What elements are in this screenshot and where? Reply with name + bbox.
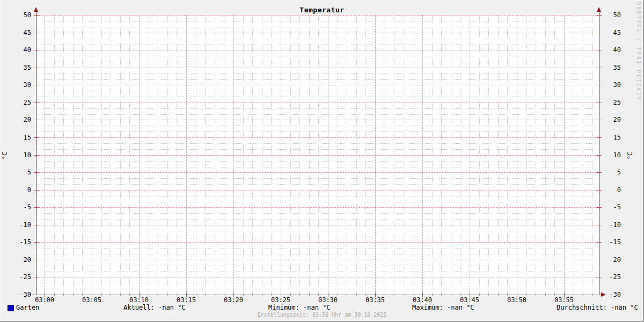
gridline-v-major [186, 15, 187, 295]
x-axis-tick-minor [129, 294, 130, 296]
x-axis-tick-minor [413, 294, 413, 296]
y-axis-tick-left [34, 103, 39, 103]
y-tick-label-right: 35 [605, 64, 621, 71]
gridline-v-minor [507, 15, 508, 295]
y-tick-label-left: 50 [0, 12, 31, 18]
x-axis-tick-minor [592, 294, 593, 296]
y-tick-label-left: -20 [0, 257, 31, 263]
x-axis-tick-minor [262, 294, 262, 296]
x-tick-label: 03:30 [316, 297, 340, 303]
x-tick-label: 03:00 [33, 297, 56, 303]
x-tick-label: 03:50 [505, 297, 529, 303]
gridline-v-minor [54, 15, 55, 295]
y-tick-label-left: -15 [0, 239, 31, 245]
x-axis-tick-major [186, 292, 187, 297]
y-axis-tick-left [34, 277, 39, 277]
y-axis-tick-left [34, 155, 39, 156]
gridline-v-major [281, 15, 281, 295]
y-tick-label-right: 15 [605, 134, 621, 141]
y-tick-label-left: -5 [0, 204, 31, 210]
gridline-v-minor [404, 15, 404, 295]
y-axis-tick-right [597, 190, 602, 191]
y-axis-tick-right [597, 277, 602, 277]
gridline-v-major [517, 15, 517, 295]
y-tick-label-right: 20 [605, 116, 621, 123]
x-axis-tick-minor [243, 294, 244, 296]
gridline-v-minor [299, 15, 300, 295]
y-axis-tick-right [597, 103, 602, 103]
x-axis-tick-minor [451, 294, 451, 296]
x-tick-label: 03:10 [127, 297, 151, 303]
x-axis-tick-major [139, 292, 140, 297]
x-axis-tick-minor [224, 294, 224, 296]
y-tick-label-right: 5 [605, 169, 621, 175]
y-tick-label-right: -25 [605, 274, 621, 280]
legend-stat-minimum: Minimum: -nan °C [268, 304, 331, 311]
y-tick-label-left: -25 [0, 274, 31, 280]
x-axis-tick-minor [545, 294, 546, 296]
y-axis-tick-right [597, 207, 602, 208]
gridline-v-minor [309, 15, 310, 295]
y-tick-label-left: 20 [0, 116, 31, 123]
y-axis-tick-left [34, 50, 39, 50]
y-tick-label-right: -30 [605, 291, 621, 298]
gridline-v-minor [120, 15, 121, 295]
x-axis-tick-minor [338, 294, 338, 296]
gridline-v-minor [252, 15, 253, 295]
y-axis-left-line [36, 11, 36, 295]
x-axis-tick-major [233, 292, 234, 297]
gridline-v-minor [224, 15, 224, 295]
gridline-v-minor [290, 15, 291, 295]
gridline-v-minor [215, 15, 215, 295]
y-tick-label-right: 0 [605, 187, 621, 193]
gridline-v-minor [129, 15, 130, 295]
gridline-v-minor [451, 15, 451, 295]
x-axis-tick-minor [309, 294, 310, 296]
gridline-v-major [470, 15, 470, 295]
x-axis-tick-major [422, 292, 423, 297]
y-axis-tick-left [34, 85, 39, 85]
x-axis-tick-major [328, 292, 328, 297]
y-tick-label-right: 45 [605, 30, 621, 36]
gridline-v-minor [498, 15, 499, 295]
gridline-v-major [45, 15, 45, 295]
x-axis-tick-minor [385, 294, 385, 296]
x-tick-label: 03:40 [411, 297, 434, 303]
axis-arrow-up-right-icon [597, 7, 601, 12]
gridline-v-minor [167, 15, 168, 295]
gridline-v-minor [432, 15, 433, 295]
y-tick-label-right: 25 [605, 99, 621, 106]
y-axis-tick-right [597, 172, 602, 173]
gridline-v-minor [63, 15, 64, 295]
gridline-v-minor [460, 15, 460, 295]
legend-stat-maximum: Maximum: -nan °C [412, 304, 474, 311]
creation-time-note: Erstellungszeit: 03:50 Uhr am 30.10.2025 [0, 312, 644, 318]
gridline-v-major [328, 15, 328, 295]
y-axis-tick-right [597, 15, 602, 16]
x-axis-tick-minor [441, 294, 442, 296]
gridline-v-minor [149, 15, 149, 295]
chart-title: Temperatur [0, 6, 644, 14]
y-tick-label-left: -30 [0, 291, 31, 298]
x-axis-tick-minor [252, 294, 253, 296]
y-axis-tick-left [34, 172, 39, 173]
x-axis-tick-minor [111, 294, 111, 296]
legend-series-label: Garten [16, 304, 39, 311]
legend-stat-aktuell: Aktuell: -nan °C [123, 304, 186, 311]
y-axis-tick-right [597, 50, 602, 50]
y-tick-label-right: -15 [605, 239, 621, 245]
y-tick-label-left: -10 [0, 222, 31, 228]
y-tick-label-left: 0 [0, 187, 31, 193]
gridline-v-major [564, 15, 565, 295]
axis-arrow-up-left-icon [34, 7, 38, 12]
y-tick-label-right: 50 [605, 12, 621, 18]
y-axis-label-right: °C [627, 150, 633, 162]
gridline-v-minor [365, 15, 366, 295]
y-tick-label-left: 35 [0, 64, 31, 71]
x-axis-tick-minor [347, 294, 347, 296]
gridline-v-minor [488, 15, 489, 295]
x-axis-tick-minor [167, 294, 168, 296]
y-tick-label-right: 10 [605, 152, 621, 158]
gridline-v-major [92, 15, 92, 295]
gridline-v-minor [479, 15, 480, 295]
